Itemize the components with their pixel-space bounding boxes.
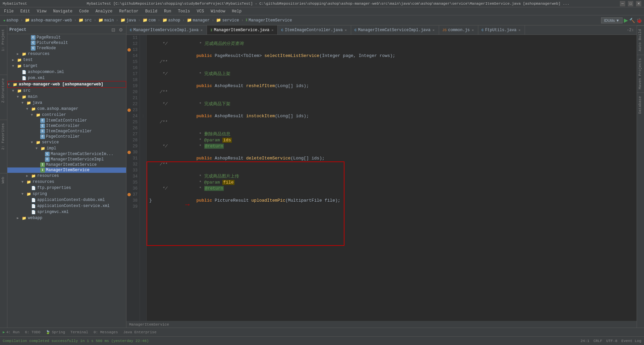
auto-build-panel-label[interactable]: Auto Build (637, 25, 644, 55)
maven-projects-panel-label[interactable]: Maven Projects (637, 55, 644, 92)
tree-item-springmvc[interactable]: 📄 springmvc.xml (7, 209, 126, 215)
tree-item-service-folder[interactable]: ▼ 📁 service (7, 139, 126, 145)
database-panel-label[interactable]: Database (637, 92, 644, 117)
tree-item-ftp-properties[interactable]: 📄 ftp.properties (7, 185, 126, 191)
tree-label-impl: impl (47, 146, 56, 151)
nav-main[interactable]: 📁 main (97, 17, 115, 23)
nav-ashop2[interactable]: 📁 ashop (161, 17, 182, 23)
tab-close-btn-2[interactable]: ✕ (344, 28, 347, 32)
tree-item-pagecontroller[interactable]: C PageController (7, 134, 126, 139)
tree-item-ashop-manager-web[interactable]: ▼ 📁 ashop-manager-web [ashopmanagerweb] (7, 81, 126, 88)
sidebar-settings-btn[interactable]: ⚙ (118, 27, 124, 33)
tree-item-manageritemcatserviceim[interactable]: C ManagerItemCatServiceIm... (7, 151, 126, 157)
tab-itemimagecontroller[interactable]: C ItemImageController.java ✕ (278, 25, 351, 35)
cursor-position: 24:1 (581, 339, 589, 343)
build-button[interactable]: 🔨 (629, 18, 635, 23)
tab-ftputils[interactable]: C FtpUtils.java ✕ (478, 25, 525, 35)
tab-commonjs[interactable]: JS common.js ✕ (439, 25, 478, 35)
tree-item-pictureresult[interactable]: C PictureResult (7, 40, 126, 46)
menu-item-navigate[interactable]: Navigate (50, 8, 75, 14)
tree-item-spring[interactable]: ▼ 📁 spring (7, 191, 126, 197)
nav-com[interactable]: 📁 com (141, 17, 157, 23)
tree-item-src[interactable]: ▼ 📁 src (7, 88, 126, 94)
menu-item-file[interactable]: File (1, 8, 16, 14)
tab-manageritemcatserviceimpl[interactable]: C ManagerItemCatServiceImpl.java ✕ (351, 25, 439, 35)
tree-item-manageritemservice[interactable]: I ManagerItemService (7, 167, 126, 173)
tree-item-src-resources[interactable]: ▼ 📁 resources (7, 179, 126, 185)
java-interface-icon: I (40, 168, 45, 172)
nav-ashop[interactable]: ◆ ashop (2, 17, 20, 23)
menu-item-run[interactable]: Run (161, 8, 174, 14)
favorites-panel-label[interactable]: 2: Favorites (0, 120, 7, 153)
tab-overflow-btn[interactable]: -2↕ (624, 28, 637, 32)
tree-item-main-resources[interactable]: ▶ 📁 resources (7, 173, 126, 179)
nav-ashop-manager-web[interactable]: 📁 ashop-manager-web (23, 17, 73, 23)
tree-item-appdubbo[interactable]: 📄 applicationContext-dubbo.xml (7, 197, 126, 203)
debug-button[interactable]: 🐞 (636, 18, 642, 23)
nav-java[interactable]: 📁 java (119, 17, 138, 23)
structure-panel-label[interactable]: 1: Project (0, 25, 7, 55)
nav-service[interactable]: 📁 service (215, 17, 240, 23)
tab-close-btn[interactable]: ✕ (200, 28, 203, 32)
tree-item-com-ashop-manager[interactable]: ▼ 📁 com.ashop.manager (7, 106, 126, 112)
tree-item-itemcatcontroller[interactable]: C ItemCatController (7, 118, 126, 123)
encoding[interactable]: UTF-8 (606, 339, 618, 343)
tree-item-itemcontroller[interactable]: C ItemController (7, 123, 126, 129)
menu-item-build[interactable]: Build (143, 8, 160, 14)
tab-close-btn-3[interactable]: ✕ (432, 28, 435, 32)
menu-item-refactor[interactable]: Refactor (116, 8, 141, 14)
tree-item-pageresult[interactable]: C PageResult (7, 35, 126, 40)
java-enterprise-panel-btn[interactable]: Java Enterprise (123, 330, 157, 334)
run-button[interactable]: ▶ (624, 17, 628, 23)
terminal-panel-btn[interactable]: Terminal (70, 330, 88, 334)
menu-item-code[interactable]: Code (76, 8, 92, 14)
messages-panel-btn[interactable]: 0: Messages (94, 330, 118, 334)
tree-item-treenode[interactable]: C TreeNode (7, 46, 126, 51)
sidebar-collapse-btn[interactable]: ⊟ (110, 27, 116, 33)
menu-item-tools[interactable]: Tools (175, 8, 193, 14)
event-log[interactable]: Event Log (622, 339, 641, 343)
tree-item-java[interactable]: ▼ 📁 java (7, 100, 126, 106)
tree-item-appservice[interactable]: 📄 applicationContext-service.xml (7, 203, 126, 209)
menu-item-analyze[interactable]: Analyze (93, 8, 115, 14)
code-area[interactable]: 11 12 13 14 15 16 17 18 19 20 21 (126, 35, 637, 321)
menu-item-edit[interactable]: Edit (18, 8, 33, 14)
spring-panel-btn[interactable]: 🍃 Spring (46, 330, 65, 334)
tree-item-test[interactable]: ▶ 📁 test (7, 57, 126, 63)
tab-label-manageritemserviceimpl: ManagerItemServiceImpl.java (133, 28, 199, 32)
menu-item-help[interactable]: Help (229, 8, 244, 14)
tab-close-btn-4[interactable]: ✕ (471, 28, 475, 32)
tab-close-btn-active[interactable]: ✕ (271, 28, 274, 32)
tree-item-impl-folder[interactable]: ▼ 📁 impl (7, 145, 126, 151)
tab-close-btn-5[interactable]: ✕ (518, 28, 521, 32)
minimize-button[interactable]: ─ (620, 1, 625, 6)
close-button[interactable]: ✕ (636, 1, 641, 6)
line-ending[interactable]: CRLF (593, 339, 602, 343)
tree-item-webapp[interactable]: ▶ 📁 webapp (7, 215, 126, 221)
tree-item-controller[interactable]: ▼ 📁 controller (7, 112, 126, 118)
xml-icon: 📄 (31, 209, 36, 215)
menu-item-vcs[interactable]: VCS (194, 8, 207, 14)
tree-item-manageritemserviceimpl[interactable]: C ManagerItemServiceImpl (7, 157, 126, 162)
maximize-button[interactable]: □ (628, 1, 633, 6)
tree-item-itemimagecontroller[interactable]: C ItemImageController (7, 129, 126, 134)
tree-item-resources1[interactable]: ▶ 📁 resources (7, 51, 126, 57)
tab-manageritemserviceimpl[interactable]: C ManagerItemServiceImpl.java ✕ (126, 25, 207, 35)
id-utils-button[interactable]: IDUtils ▼ (601, 17, 623, 23)
target-folder-icon: 📁 (17, 63, 22, 69)
tree-item-pom[interactable]: 📄 pom.xml (7, 75, 126, 81)
menu-item-view[interactable]: View (34, 8, 49, 14)
tree-item-main[interactable]: ▼ 📁 main (7, 94, 126, 100)
nav-src[interactable]: 📁 src (77, 17, 93, 23)
tree-item-manageritemcatservice[interactable]: I ManagerItemCatService (7, 162, 126, 167)
run-panel-btn[interactable]: ▶ 4: Run (3, 330, 19, 334)
structure-panel-label2[interactable]: Z-Structure (0, 75, 7, 106)
tree-item-ashopcommon[interactable]: 📄 ashopcommon.iml (7, 69, 126, 75)
web-panel-label[interactable]: Web (0, 173, 7, 187)
tab-manageritemservice[interactable]: I ManagerItemService.java ✕ (207, 25, 278, 35)
nav-manager[interactable]: 📁 manager (185, 17, 211, 23)
tree-item-target[interactable]: ▼ 📁 target (7, 63, 126, 69)
todo-panel-btn[interactable]: 6: TODO (25, 330, 40, 334)
menu-item-window[interactable]: Window (208, 8, 228, 14)
nav-manageritemservice[interactable]: I ManagerItemService (244, 17, 293, 23)
